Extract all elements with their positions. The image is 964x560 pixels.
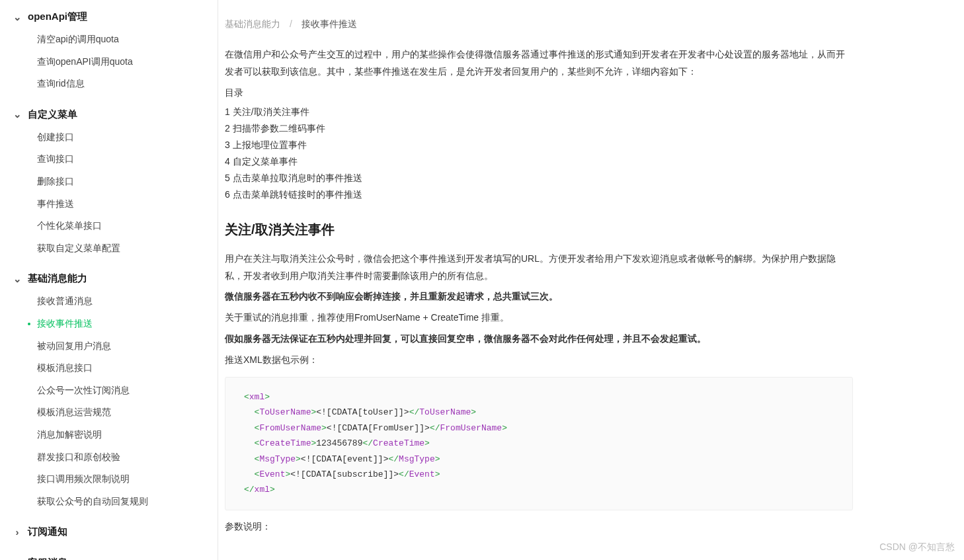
nav-group-label: openApi管理 [28,11,87,23]
breadcrumb-parent[interactable]: 基础消息能力 [225,19,280,29]
chevron-right-icon: › [12,526,22,538]
sidebar-item[interactable]: 清空api的调用quota [0,28,218,51]
sidebar-item[interactable]: 个性化菜单接口 [0,215,218,237]
breadcrumb-current: 接收事件推送 [301,19,357,29]
nav-group-label: 订阅通知 [28,526,67,538]
intro-paragraph: 在微信用户和公众号产生交互的过程中，用户的某些操作会使得微信服务器通过事件推送的… [225,46,853,81]
nav-group-title[interactable]: ⌄openApi管理 [0,5,218,28]
chevron-down-icon: ⌄ [12,11,22,23]
sidebar-item[interactable]: 模板消息接口 [0,357,218,380]
toc-item[interactable]: 4 自定义菜单事件 [225,156,853,168]
section-title-follow-event: 关注/取消关注事件 [225,221,853,239]
sidebar-item[interactable]: 查询接口 [0,148,218,171]
breadcrumb: 基础消息能力 / 接收事件推送 [225,13,853,42]
nav-group-title[interactable]: ⌄基础消息能力 [0,267,218,290]
sidebar-item[interactable]: 获取自定义菜单配置 [0,237,218,260]
nav-group-label: 客服消息 [28,557,67,560]
toc-heading: 目录 [225,85,853,102]
sidebar-item[interactable]: 查询rid信息 [0,73,218,95]
section-paragraph: 推送XML数据包示例： [225,352,853,369]
toc-item[interactable]: 3 上报地理位置事件 [225,140,853,151]
xml-code-example: <xml> <ToUserName><![CDATA[toUser]]></To… [225,377,853,510]
breadcrumb-separator: / [290,19,292,29]
sidebar-item[interactable]: 被动回复用户消息 [0,335,218,358]
sidebar-item[interactable]: 获取公众号的自动回复规则 [0,491,218,513]
sidebar-item[interactable]: 接收事件推送 [0,313,218,335]
toc-item[interactable]: 1 关注/取消关注事件 [225,106,853,118]
params-heading: 参数说明： [225,518,853,536]
section-paragraph-bold: 微信服务器在五秒内收不到响应会断掉连接，并且重新发起请求，总共重试三次。 [225,288,853,305]
sidebar-item[interactable]: 事件推送 [0,193,218,216]
nav-group-title[interactable]: ›订阅通知 [0,520,218,543]
sidebar-item[interactable]: 群发接口和原创校验 [0,446,218,469]
nav-group-label: 自定义菜单 [28,108,77,121]
sidebar-item[interactable]: 接收普通消息 [0,290,218,313]
section-paragraph: 关于重试的消息排重，推荐使用FromUserName + CreateTime … [225,309,853,327]
sidebar-item[interactable]: 查询openAPI调用quota [0,51,218,73]
main-content: 基础消息能力 / 接收事件推送 在微信用户和公众号产生交互的过程中，用户的某些操… [218,0,964,560]
toc-item[interactable]: 6 点击菜单跳转链接时的事件推送 [225,189,853,201]
toc-item[interactable]: 2 扫描带参数二维码事件 [225,123,853,135]
sidebar-item[interactable]: 接口调用频次限制说明 [0,468,218,491]
chevron-right-icon: › [12,557,22,560]
chevron-down-icon: ⌄ [12,108,22,120]
sidebar-item[interactable]: 创建接口 [0,126,218,149]
sidebar: ⌄openApi管理清空api的调用quota查询openAPI调用quota查… [0,0,218,560]
table-of-contents: 1 关注/取消关注事件2 扫描带参数二维码事件3 上报地理位置事件4 自定义菜单… [225,106,853,201]
nav-group-label: 基础消息能力 [28,272,87,285]
section-paragraph-bold: 假如服务器无法保证在五秒内处理并回复，可以直接回复空串，微信服务器不会对此作任何… [225,331,853,348]
nav-group-title[interactable]: ›客服消息 [0,551,218,560]
sidebar-item[interactable]: 删除接口 [0,171,218,193]
section-paragraph: 用户在关注与取消关注公众号时，微信会把这个事件推送到开发者填写的URL。方便开发… [225,251,853,285]
toc-item[interactable]: 5 点击菜单拉取消息时的事件推送 [225,173,853,184]
sidebar-item[interactable]: 模板消息运营规范 [0,401,218,424]
chevron-down-icon: ⌄ [12,273,22,285]
nav-group-title[interactable]: ⌄自定义菜单 [0,103,218,126]
sidebar-item[interactable]: 消息加解密说明 [0,424,218,446]
sidebar-item[interactable]: 公众号一次性订阅消息 [0,380,218,402]
